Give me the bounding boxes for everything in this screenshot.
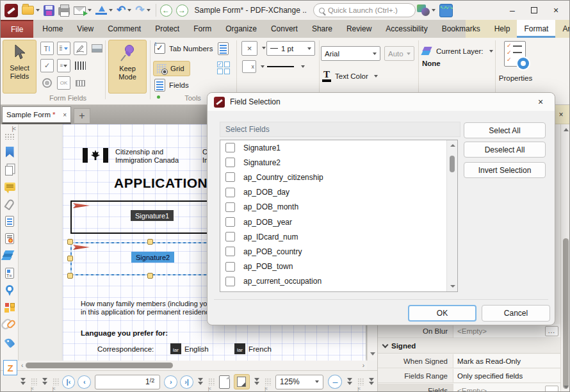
tab-protect[interactable]: Protect bbox=[148, 20, 186, 38]
select-all-button[interactable]: Select All bbox=[464, 122, 546, 138]
print-button[interactable] bbox=[57, 3, 71, 17]
fill-color-dropdown[interactable] bbox=[261, 65, 265, 68]
open-button[interactable] bbox=[20, 3, 41, 17]
font-select[interactable]: Arial bbox=[321, 46, 380, 61]
new-tab-button[interactable]: + bbox=[74, 108, 90, 124]
list-scroll-thumb[interactable] bbox=[450, 156, 455, 172]
property-row-fields-range[interactable]: Fields RangeOnly specified fields bbox=[378, 369, 560, 383]
ellipsis-button[interactable]: ... bbox=[545, 386, 558, 392]
field-checkbox[interactable] bbox=[225, 143, 235, 152]
field-checkbox[interactable] bbox=[225, 217, 235, 227]
prev-page-button[interactable]: ‹ bbox=[77, 375, 91, 389]
tab-organize[interactable]: Organize bbox=[218, 20, 264, 38]
hscroll-thumb[interactable] bbox=[26, 363, 173, 368]
border-width-select[interactable]: 1 pt bbox=[266, 41, 315, 56]
field-list-item[interactable]: ap_POB_town bbox=[220, 259, 457, 274]
resize-handle[interactable] bbox=[147, 239, 153, 245]
text-field-icon[interactable]: TI bbox=[40, 42, 54, 55]
page-number-input[interactable]: 1/2 bbox=[95, 375, 160, 389]
property-row-fields[interactable]: Fields<Empty>... bbox=[378, 384, 560, 392]
dialog-titlebar[interactable]: Field Selection × bbox=[208, 93, 555, 111]
signature-field-icon[interactable] bbox=[74, 42, 87, 55]
redo-button[interactable]: ↷ bbox=[134, 3, 151, 17]
dropdown-field-icon[interactable]: ≡ bbox=[57, 59, 70, 72]
resize-handle[interactable] bbox=[67, 273, 73, 279]
scroll-down-icon[interactable] bbox=[370, 352, 375, 355]
calculation-order-icon[interactable] bbox=[216, 42, 230, 55]
field-list-item[interactable]: ap_POB_country bbox=[220, 244, 457, 259]
font-size-select[interactable]: Auto bbox=[384, 46, 414, 61]
tab-convert[interactable]: Convert bbox=[264, 20, 305, 38]
toolbar-handle[interactable] bbox=[53, 378, 59, 386]
toolbar-handle[interactable] bbox=[265, 378, 271, 386]
dialog-close-icon[interactable]: × bbox=[533, 97, 548, 107]
collapse-sidebar-icon[interactable]: |< bbox=[1, 124, 18, 132]
tab-form[interactable]: Form bbox=[186, 20, 218, 38]
tab-arrange[interactable]: Arrange bbox=[555, 20, 570, 38]
page-layout-icon[interactable] bbox=[219, 375, 230, 389]
text-color-button[interactable]: T Text Color bbox=[322, 70, 378, 82]
scroll-left-icon[interactable]: ‹ bbox=[19, 362, 26, 369]
barcode-field-icon[interactable] bbox=[74, 59, 87, 72]
scroll-right-icon[interactable]: › bbox=[360, 362, 367, 369]
current-layer-control[interactable]: Current Layer: bbox=[422, 47, 493, 55]
field-list-item[interactable]: ap_current_occupation bbox=[220, 274, 457, 289]
border-style-line[interactable] bbox=[267, 66, 294, 67]
z-order-pane-icon[interactable]: Z bbox=[3, 360, 17, 375]
invert-selection-button[interactable]: Invert Selection bbox=[464, 162, 546, 178]
tab-format[interactable]: Format bbox=[517, 20, 555, 38]
field-checkbox[interactable] bbox=[225, 262, 235, 272]
undo-button[interactable]: ↶ bbox=[115, 3, 133, 17]
field-list-item[interactable]: ap_DOB_month bbox=[220, 200, 457, 215]
list-box-icon[interactable]: ≡≡ bbox=[57, 42, 70, 55]
sidebar-pane-fieldsdoc[interactable] bbox=[1, 213, 19, 230]
panel-close-icon[interactable]: × bbox=[555, 108, 567, 121]
border-color-button[interactable]: × bbox=[241, 41, 257, 56]
panel-vscrollbar[interactable] bbox=[560, 124, 570, 392]
sidebar-pane-thumbnails[interactable] bbox=[1, 161, 19, 178]
document-tab[interactable]: Sample Form * × bbox=[2, 106, 71, 124]
select-fields-group-icon[interactable]: ✓ bbox=[216, 61, 230, 74]
english-checkbox-field[interactable]: lar bbox=[170, 343, 181, 354]
radio-button-field-icon[interactable] bbox=[40, 76, 54, 90]
scroll-up-icon[interactable] bbox=[564, 128, 569, 131]
border-style-dropdown[interactable] bbox=[301, 65, 305, 68]
sidebar-pane-contentdoc[interactable] bbox=[1, 265, 19, 282]
toolbar-handle[interactable] bbox=[31, 378, 37, 386]
history-back-button[interactable]: ← bbox=[159, 3, 174, 17]
resize-handle[interactable] bbox=[67, 256, 73, 261]
close-button[interactable]: × bbox=[545, 2, 567, 19]
sidebar-pane-bookmarks[interactable] bbox=[1, 143, 19, 161]
checkbox-field-icon[interactable]: ✓ bbox=[40, 59, 54, 72]
field-list-item[interactable]: ap_Country_citizenship bbox=[220, 170, 457, 184]
minimize-button[interactable]: – bbox=[501, 2, 523, 19]
ok-button[interactable]: OK bbox=[408, 305, 476, 322]
toolbar-overflow-icon[interactable] bbox=[368, 378, 375, 386]
cancel-button[interactable]: Cancel bbox=[482, 305, 550, 322]
panel-scroll-thumb[interactable] bbox=[563, 238, 569, 389]
toolbar-overflow-icon[interactable] bbox=[346, 378, 353, 386]
tab-numbers-button[interactable]: ✓ Tab Numbers bbox=[154, 43, 213, 54]
toolbar-overflow-icon[interactable] bbox=[42, 378, 48, 386]
email-button[interactable] bbox=[72, 3, 93, 17]
export-button[interactable] bbox=[94, 3, 114, 17]
scroll-down-icon[interactable] bbox=[450, 285, 455, 288]
resize-handle[interactable] bbox=[67, 239, 73, 245]
field-list-item[interactable]: ap_DOB_day bbox=[220, 185, 457, 200]
fullscreen-button[interactable] bbox=[438, 3, 454, 17]
field-checkbox[interactable] bbox=[225, 232, 235, 241]
toolbar-overflow-icon[interactable] bbox=[197, 378, 204, 386]
scroll-down-icon[interactable] bbox=[564, 386, 569, 389]
tab-share[interactable]: Share bbox=[305, 20, 339, 38]
tab-close-icon[interactable]: × bbox=[63, 111, 67, 118]
field-list-item[interactable]: ap_DOB_year bbox=[220, 215, 457, 229]
property-row-when-signed[interactable]: When SignedMark as Read-Only bbox=[378, 354, 560, 368]
toolbar-handle[interactable] bbox=[357, 378, 364, 386]
list-vscrollbar[interactable] bbox=[446, 140, 457, 291]
sidebar-pane-comments[interactable] bbox=[1, 178, 19, 195]
tab-comment[interactable]: Comment bbox=[101, 20, 148, 38]
date-field-icon[interactable] bbox=[74, 76, 87, 90]
field-checkbox[interactable] bbox=[225, 158, 235, 167]
sidebar-pane-signdoc[interactable] bbox=[1, 230, 19, 247]
field-checkbox[interactable] bbox=[225, 188, 235, 197]
